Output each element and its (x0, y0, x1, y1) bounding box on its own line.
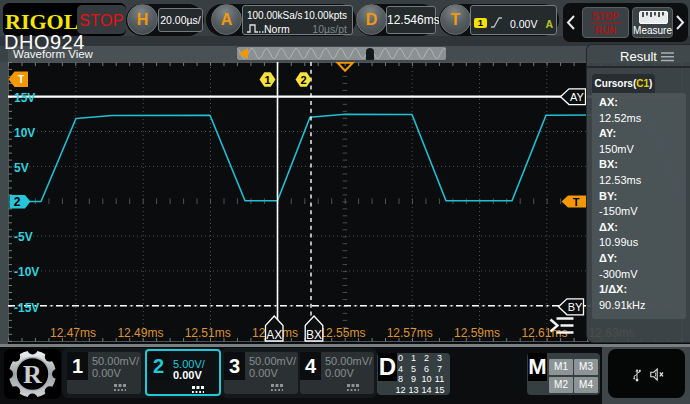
svg-text:BX: BX (306, 328, 322, 342)
svg-text:R: R (23, 360, 42, 389)
svg-text:15V: 15V (14, 91, 35, 105)
svg-text:-5V: -5V (14, 230, 33, 244)
svg-text:5V: 5V (14, 161, 29, 175)
svg-text:12.51ms: 12.51ms (185, 326, 231, 340)
svg-text:12.55ms: 12.55ms (319, 326, 365, 340)
svg-text:AX: AX (266, 328, 282, 342)
svg-text:10V: 10V (14, 126, 35, 140)
svg-text:T: T (18, 74, 24, 85)
svg-text:2: 2 (14, 195, 21, 209)
svg-text:12.59ms: 12.59ms (454, 326, 500, 340)
svg-text:BY: BY (568, 301, 583, 313)
svg-text:AY: AY (570, 91, 585, 103)
svg-text:2: 2 (300, 74, 306, 86)
svg-text:-10V: -10V (14, 265, 39, 279)
svg-text:12.57ms: 12.57ms (387, 326, 433, 340)
svg-text:12.47ms: 12.47ms (50, 326, 96, 340)
svg-text:T: T (573, 196, 580, 208)
svg-text:-15V: -15V (14, 301, 39, 315)
svg-text:1: 1 (264, 74, 270, 86)
svg-text:12.49ms: 12.49ms (117, 326, 163, 340)
